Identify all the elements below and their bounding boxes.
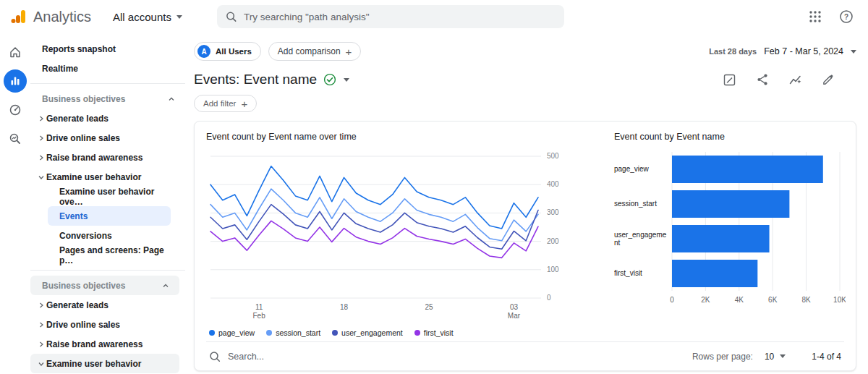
table-toolbar: Rows per page: 10 1-4 of 4	[206, 341, 844, 370]
legend-dot-icon	[209, 330, 215, 336]
chevron-right-icon	[35, 155, 46, 161]
sidebar-item-events[interactable]: Events	[48, 206, 171, 226]
reports-sidebar: Reports snapshot Realtime Business objec…	[30, 33, 185, 374]
sidebar-item-generate-leads[interactable]: Generate leads	[30, 109, 185, 128]
brand-title: Analytics	[33, 9, 91, 25]
svg-text:0: 0	[547, 294, 551, 302]
main-content: A All Users Add comparison + Last 28 day…	[185, 33, 868, 374]
svg-text:400: 400	[547, 180, 559, 188]
svg-text:03: 03	[510, 303, 519, 311]
svg-text:?: ?	[844, 13, 848, 21]
sidebar-item-generate-leads-2[interactable]: Generate leads	[30, 295, 185, 315]
plus-icon: +	[346, 46, 352, 57]
svg-text:0: 0	[670, 296, 674, 304]
date-range-selector[interactable]: Last 28 days Feb 7 - Mar 5, 2024	[709, 46, 856, 56]
legend-item: first_visit	[414, 328, 454, 337]
rows-per-page-label: Rows per page:	[692, 352, 753, 362]
pagination-range: 1-4 of 4	[812, 352, 841, 362]
svg-text:300: 300	[547, 208, 559, 216]
sidebar-item-raise-brand-awareness[interactable]: Raise brand awareness	[30, 148, 185, 167]
global-search-input[interactable]	[244, 12, 556, 22]
sidebar-item-examine-user-behavior-overview[interactable]: Examine user behavior ove…	[48, 187, 171, 206]
legend-dot-icon	[266, 330, 272, 336]
home-icon[interactable]	[4, 41, 27, 64]
svg-text:first_visit: first_visit	[614, 269, 642, 277]
divider	[30, 270, 185, 271]
svg-text:4K: 4K	[735, 296, 744, 304]
svg-text:11: 11	[255, 303, 263, 311]
analytics-logo-icon[interactable]	[10, 8, 27, 25]
insights-icon[interactable]	[788, 73, 802, 87]
customize-chart-icon[interactable]	[723, 73, 736, 87]
chevron-down-icon	[780, 354, 786, 358]
sidebar-item-realtime[interactable]: Realtime	[30, 59, 185, 78]
share-icon[interactable]	[756, 73, 769, 86]
report-card: Event count by Event name over time 0100…	[194, 121, 856, 371]
sidebar-item-drive-online-sales[interactable]: Drive online sales	[30, 128, 185, 148]
svg-text:Feb: Feb	[252, 312, 265, 320]
divider	[30, 83, 185, 84]
chevron-right-icon	[35, 322, 46, 328]
segment-avatar: A	[197, 45, 210, 58]
svg-text:user_engagement: user_engagement	[614, 231, 667, 247]
svg-text:page_view: page_view	[614, 165, 650, 173]
legend-item: user_engagement	[332, 328, 403, 337]
table-search[interactable]	[209, 351, 692, 362]
chevron-right-icon	[35, 341, 46, 347]
advertising-icon[interactable]	[4, 98, 27, 122]
sidebar-section-business-objectives-2[interactable]: Business objectives	[30, 276, 179, 295]
sidebar-item-conversions[interactable]: Conversions	[48, 226, 171, 245]
search-icon	[209, 351, 221, 362]
rows-per-page-select[interactable]: 10	[765, 352, 786, 362]
chevron-down-icon	[851, 50, 856, 54]
chevron-down-icon	[35, 361, 46, 367]
sidebar-item-reports-snapshot[interactable]: Reports snapshot	[30, 39, 185, 59]
explore-icon[interactable]	[4, 127, 27, 150]
svg-text:25: 25	[425, 303, 433, 311]
add-filter-button[interactable]: Add filter +	[194, 95, 257, 112]
svg-text:500: 500	[547, 152, 559, 160]
table-search-input[interactable]	[228, 352, 387, 362]
svg-text:2K: 2K	[701, 296, 710, 304]
legend-dot-icon	[332, 330, 338, 336]
account-selector[interactable]: All accounts	[113, 11, 182, 23]
svg-text:Mar: Mar	[508, 312, 521, 320]
svg-text:session_start: session_start	[614, 200, 657, 208]
edit-icon[interactable]	[822, 73, 835, 86]
line-chart: 010020030040050011Feb182503Mar	[206, 146, 571, 324]
topbar: Analytics All accounts ?	[0, 0, 868, 33]
chevron-down-icon	[35, 174, 46, 180]
sidebar-section-business-objectives[interactable]: Business objectives	[30, 89, 185, 109]
segment-chip-all-users[interactable]: A All Users	[194, 42, 261, 61]
legend-item: session_start	[266, 328, 320, 337]
sidebar-item-drive-online-sales-2[interactable]: Drive online sales	[30, 315, 185, 334]
chevron-right-icon	[35, 116, 46, 122]
sidebar-item-raise-brand-awareness-2[interactable]: Raise brand awareness	[30, 334, 185, 354]
sidebar-item-pages-and-screens[interactable]: Pages and screens: Page p…	[48, 245, 171, 265]
search-icon	[226, 11, 237, 22]
sidebar-item-examine-user-behavior-2[interactable]: Examine user behavior	[30, 354, 179, 373]
help-icon[interactable]: ?	[839, 9, 854, 24]
svg-text:10K: 10K	[833, 296, 846, 304]
sidebar-item-examine-user-behavior[interactable]: Examine user behavior	[30, 167, 185, 187]
bar-chart-title: Event count by Event name	[614, 132, 844, 142]
svg-text:18: 18	[340, 303, 349, 311]
plus-icon: +	[241, 98, 247, 109]
chevron-up-icon	[168, 96, 175, 102]
add-comparison-button[interactable]: Add comparison +	[268, 42, 361, 61]
legend-dot-icon	[414, 330, 420, 336]
bar-chart: 02K4K6K8K10Kpage_viewsession_startuser_e…	[614, 146, 846, 313]
apps-grid-icon[interactable]	[809, 10, 822, 23]
chevron-down-icon	[176, 15, 182, 19]
svg-text:6K: 6K	[768, 296, 778, 304]
chevron-up-icon	[162, 283, 169, 289]
svg-text:200: 200	[547, 237, 559, 245]
global-search[interactable]	[217, 5, 564, 28]
reports-icon[interactable]	[4, 69, 27, 93]
line-chart-legend: page_viewsession_startuser_engagementfir…	[206, 328, 597, 337]
page-title[interactable]: Events: Event name	[194, 72, 317, 88]
svg-text:8K: 8K	[801, 296, 811, 304]
chevron-right-icon	[35, 135, 46, 141]
nav-rail	[0, 33, 30, 374]
chevron-down-icon[interactable]	[344, 78, 349, 82]
